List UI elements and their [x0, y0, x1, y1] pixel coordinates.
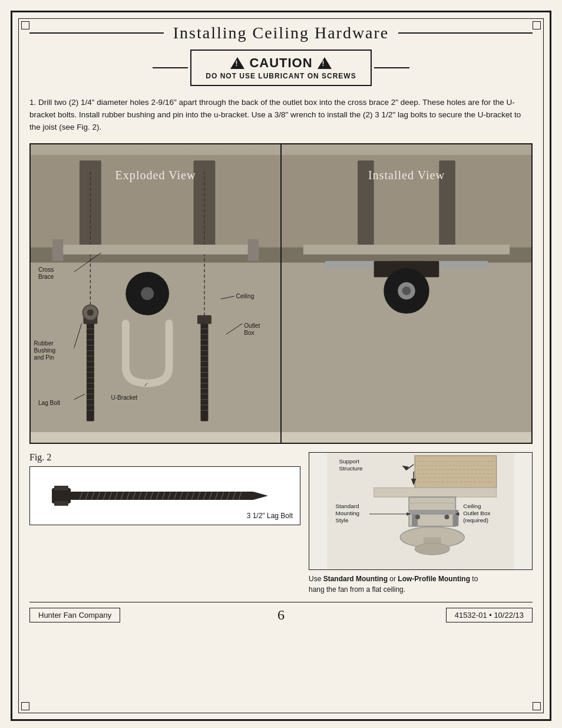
- mounting-section: Support Structure Standard M: [309, 452, 533, 595]
- page-title: Installing Ceiling Hardware: [164, 24, 399, 42]
- footer: Hunter Fan Company 6 41532-01 • 10/22/13: [29, 602, 533, 623]
- svg-text:Mounting: Mounting: [335, 510, 359, 516]
- fig2-caption: Fig. 2: [29, 452, 300, 463]
- svg-text:and Pin: and Pin: [34, 354, 54, 360]
- mounting-diagram-box: Support Structure Standard M: [309, 452, 533, 570]
- bottom-section: Fig. 2: [29, 452, 533, 595]
- svg-rect-7: [52, 245, 259, 255]
- svg-text:Cross: Cross: [38, 266, 54, 273]
- svg-text:Structure: Structure: [339, 465, 363, 471]
- exploded-view-svg: Exploded View Cross Brace Ceiling Outlet…: [31, 144, 280, 443]
- svg-text:Support: Support: [339, 458, 359, 465]
- svg-text:Brace: Brace: [38, 274, 54, 280]
- svg-text:Exploded View: Exploded View: [115, 168, 196, 182]
- outer-border: Installing Ceiling Hardware CAUTION DO N…: [11, 11, 551, 721]
- footer-page-number: 6: [147, 607, 415, 623]
- svg-text:Outlet: Outlet: [244, 322, 260, 329]
- inner-corner-tl: [21, 21, 29, 29]
- svg-rect-127: [409, 510, 455, 515]
- lag-bolt-label: 3 1/2" Lag Bolt: [247, 512, 293, 520]
- svg-point-131: [415, 515, 420, 519]
- svg-rect-8: [52, 239, 63, 261]
- warning-triangle-right: [318, 57, 332, 69]
- svg-text:U-Bracket: U-Bracket: [111, 394, 137, 401]
- svg-rect-122: [374, 487, 497, 497]
- svg-text:Bushing: Bushing: [34, 347, 56, 353]
- svg-rect-30: [201, 318, 209, 421]
- mounting-caption-bold1: Standard Mounting: [323, 575, 388, 583]
- mounting-caption-part2: or: [388, 575, 398, 583]
- mounting-caption-part1: Use: [309, 575, 323, 583]
- caution-container: CAUTION DO NOT USE LUBRICANT ON SCREWS: [29, 50, 533, 86]
- svg-text:Rubber: Rubber: [34, 340, 54, 346]
- svg-text:Outlet Box: Outlet Box: [463, 510, 490, 516]
- svg-rect-72: [303, 245, 510, 255]
- svg-text:Ceiling: Ceiling: [236, 293, 254, 299]
- company-name: Hunter Fan Company: [38, 611, 111, 620]
- mounting-caption-bold2: Low-Profile Mounting: [398, 575, 470, 583]
- title-line-left: [29, 32, 164, 34]
- svg-point-130: [415, 543, 449, 555]
- title-container: Installing Ceiling Hardware: [29, 24, 533, 42]
- svg-marker-112: [253, 492, 268, 500]
- svg-text:Lag Bolt: Lag Bolt: [38, 400, 60, 406]
- caution-title-row: CAUTION: [206, 55, 356, 71]
- doc-info: 41532-01 • 10/22/13: [455, 611, 524, 620]
- caution-box: CAUTION DO NOT USE LUBRICANT ON SCREWS: [190, 50, 371, 86]
- diagram-main: Exploded View Cross Brace Ceiling Outlet…: [29, 143, 533, 444]
- svg-point-78: [402, 286, 411, 295]
- caution-subtitle: DO NOT USE LUBRICANT ON SCREWS: [206, 72, 356, 80]
- footer-company: Hunter Fan Company: [29, 608, 147, 622]
- mounting-diagram-svg: Support Structure Standard M: [309, 453, 532, 569]
- svg-rect-31: [197, 315, 211, 324]
- page: Installing Ceiling Hardware CAUTION DO N…: [0, 0, 562, 728]
- inner-corner-tr: [533, 21, 541, 29]
- svg-text:Installed View: Installed View: [368, 168, 445, 181]
- svg-text:Ceiling: Ceiling: [463, 503, 481, 509]
- inner-corner-bl: [21, 702, 29, 710]
- caution-line-left: [153, 67, 188, 68]
- lag-bolt-box: 3 1/2" Lag Bolt: [29, 466, 300, 525]
- doc-info-box: 41532-01 • 10/22/13: [446, 608, 533, 622]
- inner-corner-br: [533, 702, 541, 710]
- inner-border: Installing Ceiling Hardware CAUTION DO N…: [18, 18, 544, 713]
- lag-bolt-illustration: [47, 475, 283, 516]
- installed-view-svg: Installed View: [282, 144, 531, 443]
- svg-point-132: [445, 515, 449, 519]
- svg-rect-9: [248, 239, 259, 261]
- svg-rect-12: [87, 318, 94, 421]
- svg-text:Standard: Standard: [335, 503, 359, 509]
- fig2-section: Fig. 2: [29, 452, 300, 595]
- title-line-right: [398, 32, 533, 34]
- svg-point-11: [141, 287, 154, 300]
- caution-line-right: [374, 67, 409, 68]
- svg-text:Box: Box: [244, 330, 254, 336]
- svg-point-49: [87, 309, 94, 315]
- svg-text:Style: Style: [335, 517, 348, 523]
- caution-title: CAUTION: [249, 55, 312, 71]
- diagram-exploded: Exploded View Cross Brace Ceiling Outlet…: [31, 144, 282, 443]
- svg-rect-114: [415, 456, 497, 487]
- company-name-box: Hunter Fan Company: [29, 608, 120, 622]
- mounting-caption: Use Standard Mounting or Low-Profile Mou…: [309, 574, 533, 595]
- footer-doc-info: 41532-01 • 10/22/13: [415, 608, 533, 622]
- svg-text:(required): (required): [463, 517, 488, 523]
- warning-triangle-left: [230, 57, 244, 69]
- svg-rect-82: [54, 501, 68, 506]
- instruction-1: 1. Drill two (2) 1/4" diameter holes 2-9…: [29, 97, 533, 134]
- svg-rect-81: [54, 486, 68, 490]
- diagram-installed: Installed View: [282, 144, 531, 443]
